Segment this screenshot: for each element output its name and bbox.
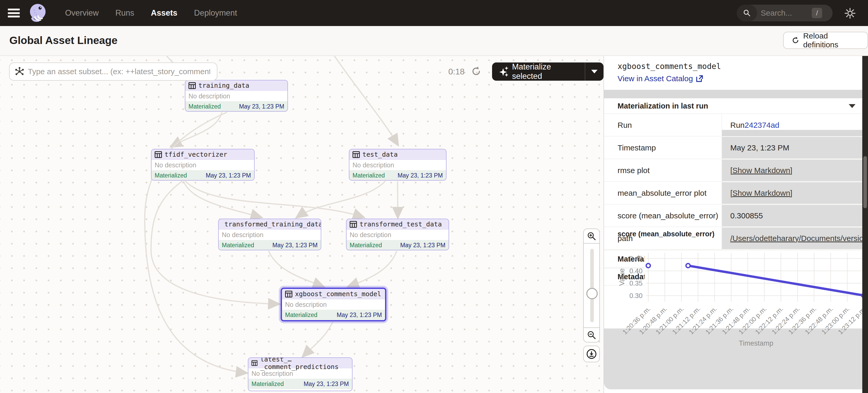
nav-item-runs[interactable]: Runs: [115, 8, 134, 18]
metadata-value-link[interactable]: /Users/odetteharary/Documents/version: [730, 234, 863, 243]
download-icon: [586, 349, 597, 359]
metadata-value-link[interactable]: [Show Markdown]: [730, 189, 792, 198]
table-icon: [251, 360, 257, 366]
section-materialization-last-run[interactable]: Materialization in last run: [604, 98, 868, 114]
metadata-key: score (mean_absolute_error): [618, 204, 718, 227]
metadata-row-rmse-plot: rmse plot[Show Markdown]: [604, 159, 868, 182]
asset-node-footer: Materialized May 23, 1:23 PM: [346, 240, 448, 250]
run-id-link[interactable]: 242374ad: [745, 121, 779, 130]
hamburger-menu-icon[interactable]: [8, 9, 20, 18]
nav-item-assets[interactable]: Assets: [151, 8, 178, 18]
metadata-value: 0.300855: [722, 205, 863, 226]
asset-subset-filter[interactable]: [9, 62, 217, 81]
asset-name: training_data: [198, 82, 249, 89]
materialize-selected-label: Materialize selected: [512, 62, 578, 81]
svg-text:0.40: 0.40: [629, 267, 643, 275]
asset-description: No description: [222, 231, 264, 239]
asset-timestamp: May 23, 1:23 PM: [304, 381, 349, 388]
asset-description: No description: [350, 231, 391, 239]
asset-timestamp: May 23, 1:23 PM: [206, 172, 251, 179]
asset-node-body: No description: [346, 230, 448, 240]
asset-status: Materialized: [251, 381, 284, 388]
asset-node-xgboost_comments_model[interactable]: xgboost_comments_model No description Ma…: [281, 288, 386, 321]
asset-name: xgboost_comments_model: [295, 290, 381, 298]
asset-timestamp: May 23, 1:23 PM: [239, 103, 284, 110]
zoom-out-button[interactable]: [583, 327, 600, 342]
asset-node-transformed_test_data[interactable]: transformed_test_data No description Mat…: [346, 219, 449, 250]
asset-status: Materialized: [188, 103, 221, 110]
asset-description: No description: [285, 301, 327, 308]
asset-node-training_data[interactable]: training_data No description Materialize…: [185, 80, 288, 112]
svg-text:Value: Value: [618, 268, 626, 286]
metadata-value: May 23, 1:23 PM: [722, 137, 863, 159]
asset-description: No description: [251, 370, 293, 378]
panel-horizontal-scrollbar[interactable]: [604, 90, 868, 98]
download-graph-button[interactable]: [583, 346, 600, 362]
metadata-key: Timestamp: [618, 136, 656, 159]
view-in-asset-catalog-link[interactable]: View in Asset Catalog: [618, 74, 704, 83]
metadata-value: [Show Markdown]: [722, 160, 863, 181]
table-icon: [285, 291, 292, 297]
dagster-logo-icon[interactable]: [27, 2, 49, 24]
asset-node-footer: Materialized May 23, 1:23 PM: [219, 240, 321, 250]
metadata-value-link[interactable]: [Show Markdown]: [730, 166, 792, 175]
asset-node-body: No description: [185, 91, 287, 101]
asset-status: Materialized: [350, 242, 382, 249]
asset-node-test_data[interactable]: test_data No description Materialized Ma…: [349, 149, 446, 181]
nav-item-deployment[interactable]: Deployment: [194, 8, 237, 18]
zoom-in-icon: [587, 231, 596, 241]
svg-text:0.45: 0.45: [629, 255, 643, 262]
zoom-slider[interactable]: [583, 243, 600, 327]
asset-timestamp: May 23, 1:23 PM: [272, 242, 318, 249]
asset-node-tfidf_vectorizer[interactable]: tfidf_vectorizer No description Material…: [151, 149, 255, 181]
metadata-row-score-mean-absolute-error-: score (mean_absolute_error)0.300855: [604, 204, 868, 227]
asset-node-latest__comment_predictions[interactable]: latest_…_comment_predictions No descript…: [248, 357, 352, 391]
metadata-key: rmse plot: [618, 159, 650, 182]
asset-node-body: No description: [282, 299, 385, 310]
asset-lineage-graph[interactable]: 0:18 Materialize selected: [0, 56, 603, 393]
asset-node-body: No description: [219, 230, 321, 240]
asset-node-transformed_training_data[interactable]: transformed_training_data No description…: [218, 219, 321, 250]
gear-icon[interactable]: [844, 7, 856, 19]
metadata-row-Timestamp: TimestampMay 23, 1:23 PM: [604, 136, 868, 159]
table-icon: [155, 151, 162, 158]
asset-node-header: transformed_test_data: [346, 219, 448, 230]
graph-zoom-controls: [583, 229, 600, 362]
search-icon: [737, 5, 757, 21]
metadata-row-mean-absolute-error-plot: mean_absolute_error plot[Show Markdown]: [604, 182, 868, 204]
asset-node-header: latest_…_comment_predictions: [248, 358, 352, 368]
asset-node-body: No description: [152, 160, 254, 170]
reload-definitions-button[interactable]: Reload definitions: [783, 32, 868, 49]
asset-status: Materialized: [285, 312, 317, 319]
search-input[interactable]: [761, 9, 810, 18]
metadata-table: RunRun 242374adTimestampMay 23, 1:23 PMr…: [604, 114, 868, 250]
page-header: Global Asset Lineage Reload definitions: [0, 26, 868, 56]
asset-node-footer: Materialized May 23, 1:23 PM: [282, 310, 385, 320]
zoom-out-icon: [587, 330, 596, 340]
refresh-timer: 0:18: [448, 67, 464, 76]
global-search[interactable]: /: [737, 5, 833, 21]
score-line-chart: 0.300.350.400.45Value1:20:36 p.m.1:20:48…: [604, 244, 868, 393]
asset-node-header: test_data: [349, 150, 446, 160]
zoom-slider-track[interactable]: [590, 249, 594, 322]
vertical-scrollbar[interactable]: [862, 56, 868, 393]
panel-asset-title: xgboost_comments_model: [618, 62, 721, 71]
materialize-dropdown-caret[interactable]: [585, 70, 603, 73]
asset-node-header: xgboost_comments_model: [282, 289, 385, 299]
asset-node-footer: Materialized May 23, 1:23 PM: [152, 170, 254, 181]
asset-timestamp: May 23, 1:23 PM: [400, 242, 445, 249]
scrollbar-thumb[interactable]: [863, 156, 867, 208]
asset-node-footer: Materialized May 23, 1:23 PM: [248, 379, 352, 389]
refresh-icon[interactable]: [471, 66, 482, 77]
refresh-icon: [792, 36, 800, 45]
nav-item-overview[interactable]: Overview: [65, 8, 99, 18]
zoom-in-button[interactable]: [583, 229, 600, 243]
asset-status: Materialized: [155, 172, 187, 179]
metadata-key: mean_absolute_error plot: [618, 182, 707, 204]
external-link-icon: [696, 75, 704, 83]
zoom-slider-knob[interactable]: [586, 288, 598, 299]
asset-subset-input[interactable]: [28, 67, 210, 76]
materialize-selected-button[interactable]: Materialize selected: [492, 62, 603, 81]
asset-node-header: tfidf_vectorizer: [152, 150, 254, 160]
svg-text:Timestamp: Timestamp: [739, 339, 774, 347]
